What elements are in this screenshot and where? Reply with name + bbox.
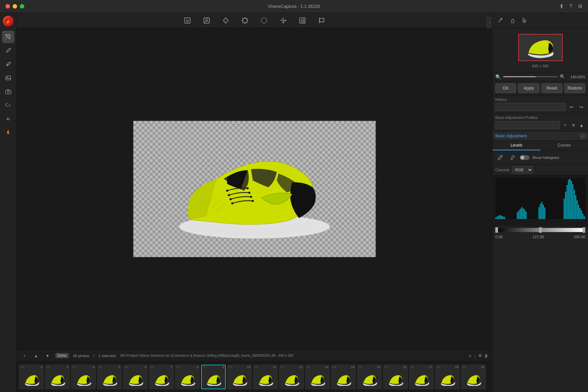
channel-row: Channel RGB Red Green Blue [493,165,588,175]
svg-rect-78 [572,184,573,219]
svg-rect-68 [540,204,541,219]
svg-point-20 [244,17,245,18]
eraser-tool[interactable] [2,58,14,70]
film-item-19[interactable]: [tif]19 [461,365,486,389]
film-item-3[interactable]: [tif]3 [45,365,70,389]
add-photo-button[interactable]: ＋ [21,352,28,360]
add-profile-button[interactable]: ＋ [561,121,569,129]
show-histogram-toggle[interactable] [520,155,530,160]
download-icon[interactable]: ⬆ [559,3,564,10]
levels-mid-value: 127.00 [533,235,544,239]
text-tool[interactable]: CK [2,99,14,111]
diamond-tool[interactable] [220,15,231,26]
status-bar: ＋ ▲ ▼ Demo 46 photos / 1 selected 360 Pr… [16,350,492,361]
film-item-5[interactable]: [tif]5 [97,365,122,389]
ok-button[interactable]: OK [495,83,516,93]
zoom-controls: 🔍 140.00% [493,72,588,81]
film-item-8[interactable]: [tif]8 [175,365,200,389]
levels-min-value: 0.00 [495,235,502,239]
brush-tool[interactable] [2,44,14,57]
settings-icon[interactable]: ⚙ [578,3,583,10]
wand-icon[interactable] [495,16,505,25]
maximize-button[interactable] [20,4,24,9]
cursor-icon[interactable] [520,16,530,25]
svg-point-41 [252,200,254,202]
heart-outline-tool[interactable] [182,15,193,26]
film-item-17[interactable]: [tif]17 [409,365,434,389]
move-tool[interactable] [278,15,289,26]
levels-gradient-slider[interactable] [495,228,585,232]
svg-rect-4 [6,76,11,80]
levels-slider-section [493,227,588,233]
app-title: VIsereCaptura - 1.1.36220 [268,4,320,9]
svg-point-21 [244,23,245,24]
history-label: History [495,97,585,102]
film-item-16[interactable]: [tif]16 [383,365,408,389]
film-item-10[interactable]: [tif]10 [227,365,252,389]
film-item-11[interactable]: [tif]11 [253,365,278,389]
svg-rect-58 [502,216,504,219]
crop-tool[interactable] [316,15,327,26]
zoom-in-icon[interactable] [560,74,564,80]
zoom-out-icon[interactable]: 🔍 [495,74,501,80]
zoom-slider[interactable] [503,76,558,77]
next-button[interactable]: ▼ [44,352,51,360]
image-tool[interactable] [2,72,14,84]
undo-button[interactable]: ↩ [567,103,576,111]
prev-button[interactable]: ▲ [32,352,40,360]
restore-button[interactable]: Restore [564,83,585,93]
svg-rect-75 [568,180,569,219]
status-bar-right: ≡ ↕ ⊞ 🗑 [469,353,488,358]
brush-levels-icon[interactable] [508,153,517,162]
film-item-18[interactable]: [tif]18 [435,365,460,389]
history-dropdown[interactable] [495,103,566,111]
redo-button[interactable]: ↪ [577,103,585,111]
film-item-12[interactable]: [tif]12 [279,365,304,389]
film-item-6[interactable]: [tif]6 [123,365,148,389]
person-mask-tool[interactable] [201,15,212,26]
close-button[interactable] [5,4,10,9]
show-histogram-label: Show histogram [532,156,559,160]
ai-tool[interactable]: AI [2,113,14,125]
sort-icon[interactable]: ≡ [469,354,471,358]
svg-point-23 [247,20,248,21]
tab-levels[interactable]: Levels [493,141,540,150]
film-item-4[interactable]: [tif]4 [71,365,96,389]
svg-rect-59 [504,217,505,219]
film-item-2[interactable]: [tif]2 [19,365,44,389]
transform-tool[interactable] [239,15,250,26]
eyedropper-levels-icon[interactable] [495,153,505,162]
svg-rect-65 [524,209,525,219]
adjustment-checkbox[interactable]: ✓ [580,134,585,138]
smart-select-tool[interactable] [2,31,14,43]
hand-tool-icon[interactable] [508,16,517,25]
move-profile-button[interactable]: ▲ [578,121,585,129]
channel-select[interactable]: RGB Red Green Blue [512,166,533,174]
reset-button[interactable]: Reset [541,83,562,93]
svg-rect-61 [518,211,519,219]
camera-tool[interactable] [2,85,14,98]
grid-overlay-tool[interactable] [297,15,308,26]
project-name: 360 Product Videos Solutions for eCommer… [120,354,293,357]
zoom-label: 140.00% [566,75,585,79]
photo-count: 46 photos [73,354,89,358]
apply-button[interactable]: Apply [518,83,539,93]
fx-tool[interactable] [2,126,14,139]
film-item-9[interactable]: [tif]9 [201,365,226,389]
tab-curves[interactable]: Curves [540,141,588,150]
film-item-7[interactable]: [tif]7 [149,365,174,389]
filter-icon[interactable]: ↕ [474,354,476,358]
thumbnail-preview [518,34,563,61]
delete-icon[interactable]: 🗑 [484,354,488,358]
canvas-area[interactable] [16,28,492,350]
remove-profile-button[interactable]: ✕ [570,121,577,129]
profiles-dropdown[interactable] [495,121,560,129]
film-item-14[interactable]: [tif]14 [331,365,356,389]
film-item-15[interactable]: [tif]15 [357,365,382,389]
minimize-button[interactable] [13,4,17,9]
filmstrip: [tif]2 [tif]3 [tif]4 [tif]5 [16,361,492,392]
view-grid-icon[interactable]: ⊞ [479,353,482,358]
help-icon[interactable]: ? [569,3,572,10]
circle-select-tool[interactable] [259,15,270,26]
film-item-13[interactable]: [tif]13 [305,365,330,389]
